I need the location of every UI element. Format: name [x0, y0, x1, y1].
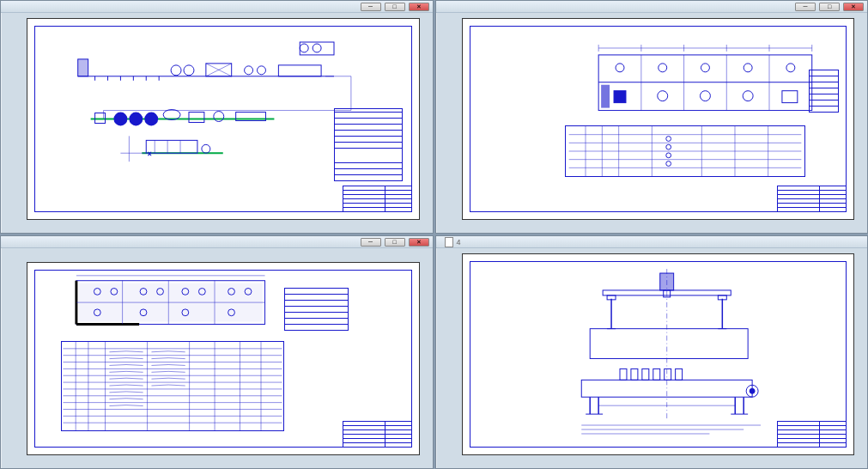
svg-point-29 — [700, 91, 710, 101]
svg-point-53 — [750, 388, 755, 393]
minimize-button[interactable]: ─ — [361, 238, 381, 247]
svg-point-5 — [258, 66, 266, 75]
svg-rect-60 — [590, 329, 748, 359]
svg-point-23 — [658, 64, 666, 72]
maximize-button[interactable]: □ — [819, 3, 840, 11]
svg-point-4 — [245, 66, 253, 75]
close-button[interactable]: ✕ — [409, 238, 429, 247]
svg-point-22 — [616, 64, 624, 72]
drawing-canvas[interactable] — [462, 253, 855, 455]
drawing-frame — [470, 26, 847, 212]
close-button[interactable]: ✕ — [409, 3, 429, 11]
drawing-panel-2[interactable]: ─ □ ✕ — [435, 0, 869, 234]
maximize-button[interactable]: □ — [385, 3, 405, 11]
drawing-frame — [34, 270, 412, 448]
svg-rect-18 — [146, 140, 197, 153]
document-icon — [445, 237, 453, 247]
panel-titlebar: ─ □ ✕ — [1, 1, 433, 13]
svg-point-36 — [665, 161, 671, 167]
floor-plan-svg — [470, 27, 847, 211]
drawing-panel-1[interactable]: ─ □ ✕ — [0, 0, 434, 234]
drawing-frame: X — [34, 26, 412, 212]
minimize-button[interactable]: ─ — [361, 3, 381, 11]
svg-rect-55 — [630, 368, 637, 380]
svg-rect-27 — [614, 91, 626, 103]
svg-point-30 — [743, 91, 753, 101]
svg-point-34 — [665, 144, 671, 149]
svg-point-12 — [129, 113, 143, 126]
drawing-canvas[interactable] — [462, 18, 855, 220]
svg-point-33 — [665, 137, 671, 142]
close-button[interactable]: ✕ — [843, 3, 864, 11]
svg-rect-56 — [641, 368, 648, 380]
drawing-canvas[interactable]: X — [27, 18, 420, 220]
svg-rect-58 — [664, 368, 671, 380]
svg-point-35 — [665, 153, 671, 158]
legend-right — [284, 288, 349, 331]
cad-workspace: ─ □ ✕ — [0, 0, 868, 469]
schedule-table — [565, 125, 805, 177]
svg-point-8 — [300, 44, 308, 52]
minimize-button[interactable]: ─ — [795, 3, 816, 11]
panel-titlebar: ─ □ ✕ — [1, 236, 433, 248]
svg-rect-54 — [620, 368, 627, 380]
drawing-frame — [470, 261, 847, 448]
svg-text:X: X — [148, 151, 151, 156]
svg-point-2 — [184, 65, 194, 76]
svg-rect-6 — [278, 65, 321, 76]
svg-point-24 — [701, 64, 709, 72]
svg-point-19 — [202, 144, 210, 153]
svg-rect-32 — [601, 85, 610, 108]
svg-point-28 — [657, 91, 667, 101]
equipment-svg — [470, 262, 847, 447]
panel-label: 4 — [440, 237, 461, 247]
svg-point-11 — [113, 113, 127, 126]
svg-point-26 — [786, 64, 794, 72]
drawing-canvas[interactable] — [27, 262, 420, 455]
legend-small — [809, 70, 839, 113]
panel-titlebar: 4 — [436, 236, 868, 248]
drawing-panel-3[interactable]: ─ □ ✕ — [0, 235, 434, 469]
panel-titlebar: ─ □ ✕ — [436, 1, 868, 13]
title-block — [343, 421, 411, 447]
svg-rect-57 — [653, 368, 659, 380]
title-block — [343, 186, 411, 211]
svg-point-1 — [171, 65, 181, 76]
panel-number: 4 — [457, 238, 461, 247]
svg-rect-15 — [189, 113, 204, 123]
svg-point-13 — [144, 113, 158, 126]
svg-point-16 — [214, 112, 224, 122]
legend-table — [334, 108, 403, 181]
maximize-button[interactable]: □ — [385, 238, 405, 247]
svg-point-25 — [744, 64, 752, 72]
svg-rect-59 — [675, 368, 682, 380]
svg-rect-31 — [781, 91, 797, 103]
schedule-table-large — [61, 341, 284, 431]
title-block — [777, 421, 846, 447]
title-block — [777, 186, 846, 211]
drawing-panel-4[interactable]: 4 — [435, 235, 869, 469]
svg-rect-0 — [78, 59, 88, 76]
svg-point-9 — [313, 44, 321, 52]
